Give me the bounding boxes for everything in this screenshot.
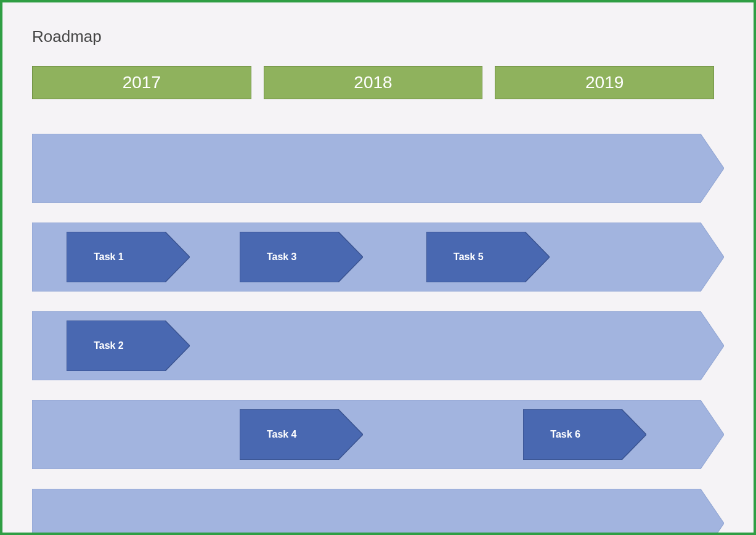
- year-box-1: 2018: [264, 66, 483, 99]
- roadmap-lanes: Task 1 Task 3 Task 5 Task 2 Task 4 Task …: [32, 129, 724, 535]
- lane-3: Task 4 Task 6: [32, 395, 724, 474]
- task-label: Task 1: [67, 251, 124, 263]
- task-label: Task 2: [67, 340, 124, 351]
- task-arrow: Task 2: [67, 321, 190, 371]
- lane-4: [32, 484, 724, 535]
- task-label: Task 6: [523, 429, 580, 440]
- task-arrow: Task 3: [240, 232, 363, 282]
- task-arrow: Task 6: [523, 409, 646, 460]
- lane-2: Task 2: [32, 306, 724, 385]
- task-arrow: Task 1: [67, 232, 190, 282]
- svg-marker-0: [32, 134, 724, 203]
- year-header-row: 2017 2018 2019: [32, 66, 724, 99]
- year-box-2: 2019: [495, 66, 714, 99]
- svg-marker-10: [32, 489, 724, 535]
- task-arrow: Task 4: [240, 409, 363, 460]
- page-title: Roadmap: [32, 27, 724, 46]
- task-label: Task 5: [426, 251, 484, 263]
- year-box-0: 2017: [32, 66, 251, 99]
- lane-arrow-bg: [32, 489, 724, 535]
- task-label: Task 3: [240, 251, 297, 263]
- task-arrow: Task 5: [426, 232, 550, 282]
- lane-0: [32, 129, 724, 208]
- lane-1: Task 1 Task 3 Task 5: [32, 218, 724, 296]
- lane-arrow-bg: [32, 134, 724, 203]
- task-label: Task 4: [240, 429, 297, 440]
